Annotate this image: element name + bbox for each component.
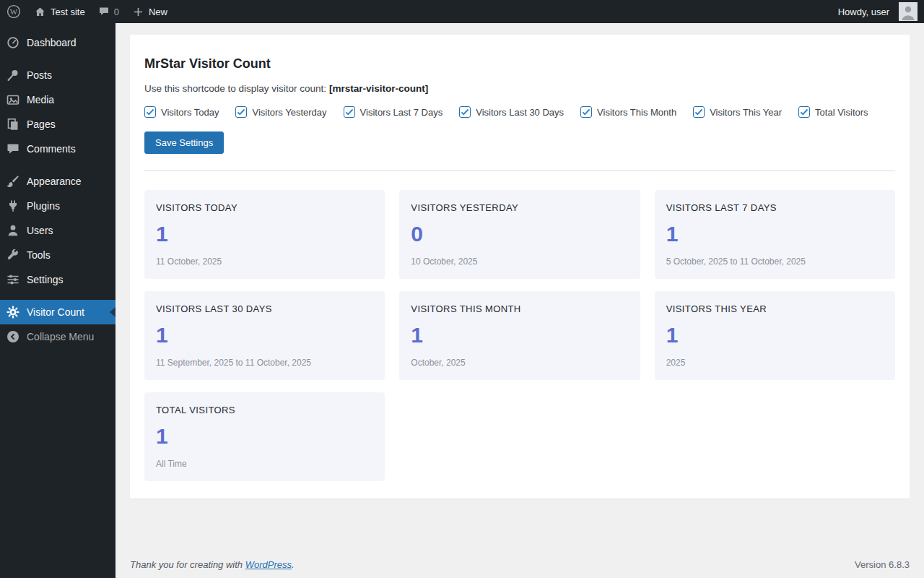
stat-card-visitors-today: VISITORS TODAY 1 11 October, 2025 [144, 190, 385, 279]
checkbox-checked-icon [344, 106, 355, 118]
save-settings-button[interactable]: Save Settings [144, 131, 224, 154]
comments-menu[interactable]: 0 [92, 0, 126, 23]
checkbox-visitors-yesterday[interactable]: Visitors Yesterday [235, 106, 326, 118]
collapse-menu-button[interactable]: Collapse Menu [0, 324, 116, 349]
site-name: Test site [51, 7, 85, 17]
sliders-icon [6, 272, 20, 287]
checkbox-visitors-this-year[interactable]: Visitors This Year [693, 106, 782, 118]
sidebar-item-comments[interactable]: Comments [0, 137, 116, 161]
stat-period: 2025 [666, 358, 884, 368]
stat-period: 5 October, 2025 to 11 October, 2025 [666, 256, 884, 267]
new-content-menu[interactable]: New [126, 0, 174, 23]
checkbox-checked-icon [235, 106, 247, 118]
home-icon [34, 6, 46, 18]
stat-period: 10 October, 2025 [411, 256, 628, 267]
sidebar-item-label: Dashboard [27, 37, 77, 48]
user-avatar [899, 2, 918, 21]
collapse-menu-label: Collapse Menu [27, 331, 94, 342]
stat-card-total-visitors: TOTAL VISITORS 1 All Time [144, 392, 385, 481]
stats-grid: VISITORS TODAY 1 11 October, 2025 VISITO… [144, 190, 895, 481]
sidebar-item-dashboard[interactable]: Dashboard [0, 30, 116, 55]
stat-card-visitors-this-year: VISITORS THIS YEAR 1 2025 [655, 291, 895, 380]
footer-version: Version 6.8.3 [855, 559, 910, 570]
plus-icon [132, 6, 144, 18]
checkbox-checked-icon [144, 106, 156, 118]
stat-card-visitors-last-30-days: VISITORS LAST 30 DAYS 1 11 September, 20… [144, 291, 385, 380]
sidebar-item-label: Tools [27, 249, 51, 261]
shortcode-code: [mrstar-visitor-count] [329, 83, 428, 94]
sidebar-item-media[interactable]: Media [0, 87, 116, 112]
wrench-icon [6, 248, 20, 262]
comments-icon [6, 142, 20, 156]
stat-label: VISITORS THIS MONTH [411, 303, 628, 314]
checkbox-label: Visitors Last 7 Days [360, 107, 443, 118]
checkbox-label: Visitors This Year [710, 107, 782, 118]
checkbox-visitors-last-7-days[interactable]: Visitors Last 7 Days [344, 106, 443, 118]
sidebar-item-tools[interactable]: Tools [0, 243, 116, 267]
admin-bar: W Test site 0 New Howdy, user [0, 0, 924, 23]
stat-period: All Time [156, 459, 373, 469]
paintbrush-icon [6, 174, 20, 189]
sidebar-item-appearance[interactable]: Appearance [0, 169, 116, 194]
plug-icon [6, 199, 20, 213]
stat-value: 1 [411, 323, 628, 347]
menu-separator [0, 292, 116, 300]
media-icon [6, 92, 20, 107]
sidebar-item-settings[interactable]: Settings [0, 267, 116, 292]
divider [144, 171, 895, 171]
stat-value: 1 [156, 222, 373, 246]
sidebar-item-label: Visitor Count [27, 306, 84, 318]
wordpress-link[interactable]: WordPress [245, 559, 292, 570]
checkbox-label: Visitors Yesterday [252, 107, 326, 118]
comment-bubble-icon [98, 6, 110, 17]
stat-label: VISITORS LAST 30 DAYS [156, 303, 373, 314]
admin-footer: Thank you for creating with WordPress. V… [130, 559, 910, 570]
stat-label: VISITORS LAST 7 DAYS [666, 202, 884, 213]
content-area: MrStar Visitor Count Use this shortcode … [116, 23, 924, 578]
stat-period: October, 2025 [411, 358, 628, 368]
checkbox-visitors-last-30-days[interactable]: Visitors Last 30 Days [459, 106, 564, 118]
checkbox-visitors-this-month[interactable]: Visitors This Month [580, 106, 676, 118]
wordpress-logo-icon: W [6, 4, 21, 19]
footer-thanks: Thank you for creating with WordPress. [130, 559, 295, 570]
shortcode-hint-text: Use this shortcode to display visitor co… [144, 83, 326, 94]
checkbox-total-visitors[interactable]: Total Visitors [798, 106, 868, 118]
checkbox-label: Visitors This Month [597, 107, 676, 118]
svg-text:W: W [10, 7, 18, 16]
sidebar-item-label: Settings [27, 274, 64, 285]
footer-thanks-prefix: Thank you for creating with [130, 559, 243, 570]
pin-icon [6, 68, 20, 82]
page-title: MrStar Visitor Count [144, 56, 895, 72]
user-icon [6, 223, 20, 238]
sidebar-item-label: Media [27, 94, 54, 105]
stat-value: 1 [666, 222, 884, 246]
stat-value: 0 [411, 222, 628, 246]
stat-period: 11 October, 2025 [156, 256, 373, 267]
wordpress-logo-menu[interactable]: W [0, 0, 27, 23]
stat-card-visitors-this-month: VISITORS THIS MONTH 1 October, 2025 [399, 291, 640, 380]
stat-value: 1 [156, 323, 373, 347]
sidebar-item-plugins[interactable]: Plugins [0, 194, 116, 218]
my-account-menu[interactable]: Howdy, user [832, 0, 924, 23]
sidebar-item-label: Plugins [27, 200, 60, 212]
shortcode-hint: Use this shortcode to display visitor co… [144, 83, 895, 94]
sidebar-item-label: Pages [27, 118, 56, 130]
stat-label: VISITORS TODAY [156, 202, 373, 213]
sidebar-item-pages[interactable]: Pages [0, 112, 116, 137]
sidebar-item-users[interactable]: Users [0, 218, 116, 243]
checkbox-visitors-today[interactable]: Visitors Today [144, 106, 219, 118]
checkbox-checked-icon [798, 106, 810, 118]
sidebar-item-posts[interactable]: Posts [0, 63, 116, 87]
stat-value: 1 [666, 323, 884, 347]
admin-sidebar: Dashboard Posts Media Pages Comments [0, 23, 116, 578]
stat-period: 11 September, 2025 to 11 October, 2025 [156, 358, 373, 368]
sidebar-item-label: Users [27, 225, 53, 236]
dashboard-icon [6, 35, 20, 50]
checkbox-checked-icon [693, 106, 705, 118]
checkbox-label: Visitors Today [161, 107, 219, 118]
checkbox-label: Visitors Last 30 Days [476, 107, 564, 118]
site-name-menu[interactable]: Test site [27, 0, 92, 23]
stat-label: VISITORS YESTERDAY [411, 202, 628, 213]
stat-value: 1 [156, 424, 373, 448]
sidebar-item-visitor-count[interactable]: Visitor Count [0, 300, 116, 324]
